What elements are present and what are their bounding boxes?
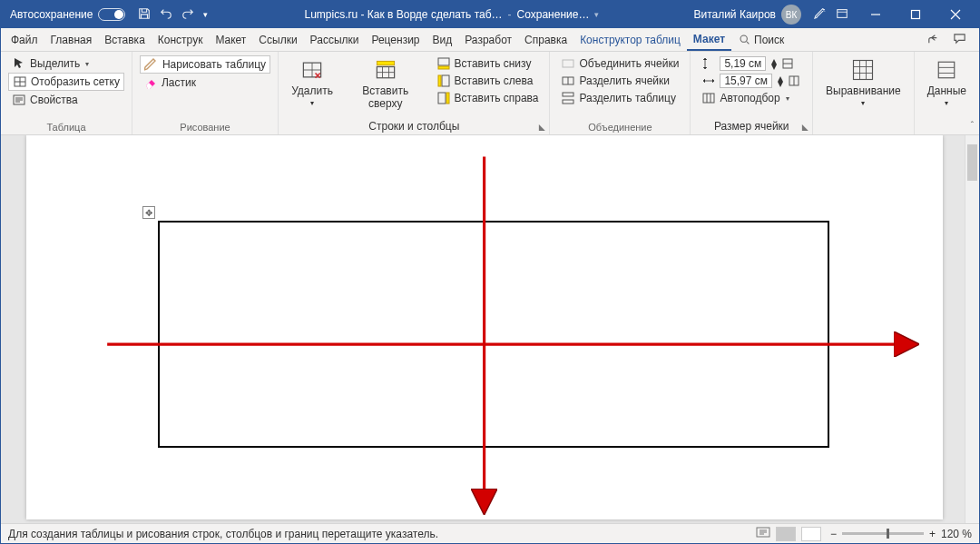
- group-cellsize-label: Размер ячейки◢: [698, 118, 805, 133]
- group-table-label: Таблица: [8, 120, 124, 133]
- group-rows-cols: Удалить▾ Вставить сверху Вставить снизу …: [279, 52, 550, 134]
- distribute-rows-icon[interactable]: [780, 56, 795, 71]
- window-title: Lumpics.ru - Как в Ворде сделать таб… - …: [215, 8, 688, 21]
- close-button[interactable]: [936, 1, 975, 28]
- user-area[interactable]: Виталий Каиров ВК: [688, 5, 807, 25]
- group-data: Данные▾: [915, 52, 979, 134]
- table[interactable]: [158, 221, 829, 448]
- search-label: Поиск: [754, 34, 784, 46]
- eraser-button[interactable]: Ластик: [140, 74, 270, 91]
- undo-icon[interactable]: [160, 7, 172, 23]
- zoom-in-icon[interactable]: +: [929, 528, 936, 540]
- tab-mailings[interactable]: Рассылки: [304, 28, 366, 51]
- web-layout-view-icon[interactable]: [801, 527, 821, 541]
- toggle-icon: [98, 8, 125, 21]
- merge-cells-button: Объединить ячейки: [557, 55, 682, 72]
- svg-rect-9: [438, 66, 449, 69]
- data-button[interactable]: Данные▾: [922, 55, 972, 109]
- insert-left-button[interactable]: Вставить слева: [433, 73, 543, 89]
- document-name: Lumpics.ru - Как в Ворде сделать таб…: [304, 8, 502, 21]
- tab-table-layout[interactable]: Макет: [687, 28, 731, 51]
- quick-note-icon[interactable]: [814, 7, 827, 23]
- group-alignment: <>Выравнивание▾: [813, 52, 915, 134]
- collapse-ribbon-icon[interactable]: ˆ: [971, 121, 974, 131]
- svg-rect-21: [854, 61, 873, 80]
- group-rowscols-label: Строки и столбцы◢: [286, 118, 542, 133]
- table-move-handle-icon[interactable]: ✥: [142, 206, 155, 219]
- scrollbar-thumb[interactable]: [967, 144, 977, 181]
- tab-table-design[interactable]: Конструктор таблиц: [573, 28, 687, 51]
- group-merge: Объединить ячейки Разделить ячейки Разде…: [550, 52, 691, 134]
- redo-icon[interactable]: [181, 7, 194, 23]
- tab-review[interactable]: Рецензир: [365, 28, 426, 51]
- split-cells-button[interactable]: Разделить ячейки: [557, 73, 682, 89]
- svg-point-2: [740, 35, 747, 42]
- svg-rect-22: [939, 62, 956, 78]
- svg-rect-20: [703, 94, 714, 103]
- print-layout-view-icon[interactable]: [776, 527, 796, 541]
- group-cell-size: 5,19 см▴▾ 15,97 см▴▾ Автоподбор▾ Размер …: [691, 52, 813, 134]
- col-width-input[interactable]: 15,97 см▴▾: [698, 73, 805, 89]
- svg-rect-16: [563, 93, 573, 96]
- group-draw: Нарисовать таблицу Ластик Рисование: [132, 52, 279, 134]
- view-gridlines-button[interactable]: Отобразить сетку: [8, 73, 124, 91]
- ribbon-display-icon[interactable]: [836, 7, 848, 23]
- svg-rect-13: [446, 93, 449, 104]
- focus-mode-icon[interactable]: [756, 526, 770, 541]
- avatar: ВК: [781, 5, 801, 25]
- dialog-launcher-icon[interactable]: ◢: [538, 124, 547, 131]
- svg-rect-0: [838, 9, 848, 17]
- comments-icon[interactable]: [953, 32, 966, 48]
- tab-developer[interactable]: Разработ: [458, 28, 518, 51]
- autosave-label: Автосохранение: [10, 8, 93, 21]
- zoom-level[interactable]: 120 %: [941, 528, 972, 540]
- zoom-control[interactable]: − + 120 %: [830, 528, 972, 540]
- delete-button[interactable]: Удалить▾: [286, 55, 338, 109]
- tab-references[interactable]: Ссылки: [252, 28, 303, 51]
- svg-rect-1: [912, 11, 920, 19]
- status-bar: Для создания таблицы и рисования строк, …: [1, 523, 979, 543]
- save-status: Сохранение…: [517, 8, 590, 21]
- group-table: Выделить▾ Отобразить сетку Свойства Табл…: [1, 52, 132, 134]
- tab-insert[interactable]: Вставка: [98, 28, 152, 51]
- select-button[interactable]: Выделить▾: [8, 55, 124, 72]
- zoom-out-icon[interactable]: −: [830, 528, 837, 540]
- svg-rect-11: [438, 75, 441, 86]
- tab-layout[interactable]: Макет: [209, 28, 252, 51]
- draw-table-button[interactable]: Нарисовать таблицу: [140, 55, 270, 74]
- minimize-button[interactable]: [856, 1, 896, 28]
- properties-button[interactable]: Свойства: [8, 92, 124, 108]
- share-icon[interactable]: [926, 32, 940, 48]
- maximize-button[interactable]: [896, 1, 936, 28]
- tab-design[interactable]: Конструк: [152, 28, 210, 51]
- dialog-launcher-icon[interactable]: ◢: [801, 124, 810, 131]
- distribute-cols-icon[interactable]: [787, 74, 801, 88]
- qat-dropdown-icon[interactable]: ▾: [203, 10, 208, 19]
- svg-rect-12: [438, 93, 446, 104]
- alignment-button[interactable]: <>Выравнивание▾: [820, 55, 906, 109]
- insert-above-button[interactable]: Вставить сверху: [342, 55, 429, 112]
- autosave-toggle[interactable]: Автосохранение: [5, 8, 131, 21]
- svg-rect-14: [563, 60, 573, 67]
- view-buttons: [756, 526, 821, 541]
- autofit-button[interactable]: Автоподбор▾: [698, 90, 805, 106]
- svg-rect-7: [377, 61, 394, 64]
- user-name: Виталий Каиров: [693, 8, 776, 21]
- tab-home[interactable]: Главная: [44, 28, 99, 51]
- page[interactable]: ✥: [26, 135, 943, 519]
- tab-view[interactable]: Вид: [426, 28, 459, 51]
- document-area: ✥: [1, 135, 979, 523]
- zoom-slider[interactable]: [842, 532, 924, 535]
- search-box[interactable]: Поиск: [731, 28, 791, 51]
- tab-file[interactable]: Файл: [5, 28, 44, 51]
- tab-help[interactable]: Справка: [518, 28, 573, 51]
- svg-rect-17: [563, 100, 573, 104]
- insert-below-button[interactable]: Вставить снизу: [433, 55, 543, 72]
- vertical-scrollbar[interactable]: [965, 135, 979, 523]
- row-height-input[interactable]: 5,19 см▴▾: [698, 55, 805, 72]
- save-icon[interactable]: [138, 7, 151, 23]
- group-merge-label: Объединение: [557, 120, 682, 133]
- insert-right-button[interactable]: Вставить справа: [433, 90, 543, 106]
- ribbon: Выделить▾ Отобразить сетку Свойства Табл…: [1, 52, 979, 135]
- split-table-button[interactable]: Разделить таблицу: [557, 90, 682, 106]
